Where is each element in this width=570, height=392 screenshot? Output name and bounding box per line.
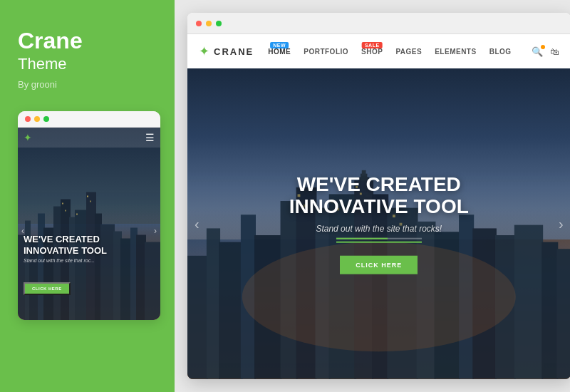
notification-dot bbox=[541, 45, 545, 49]
svg-rect-43 bbox=[542, 242, 558, 379]
desktop-nav: ✦ CRANE NEW HOME PORTFOLIO SALE SHOP PAG… bbox=[187, 34, 570, 68]
progress-bar-1 bbox=[336, 237, 422, 239]
browser-dot-green bbox=[216, 21, 222, 26]
mobile-hero-main: WE'VE CREATED INNOVATIVE TOOL bbox=[24, 234, 155, 256]
svg-rect-8 bbox=[75, 210, 88, 320]
right-panel: ✦ CRANE NEW HOME PORTFOLIO SALE SHOP PAG… bbox=[175, 0, 570, 392]
hero-sub-title: Stand out with the site that rocks! bbox=[226, 223, 532, 233]
desktop-next-arrow[interactable]: › bbox=[559, 216, 564, 232]
desktop-nav-items: NEW HOME PORTFOLIO SALE SHOP PAGES ELEME… bbox=[268, 48, 511, 56]
svg-rect-44 bbox=[556, 249, 570, 379]
desktop-prev-arrow[interactable]: ‹ bbox=[195, 216, 200, 232]
browser-bar bbox=[187, 13, 570, 34]
nav-item-pages[interactable]: PAGES bbox=[395, 48, 422, 56]
desktop-cta-button[interactable]: CLICK HERE bbox=[340, 255, 418, 274]
dot-red bbox=[25, 116, 31, 122]
mobile-bg-image: ✦ ☰ WE'VE CREATED INNOVATIVE TOOL Stand … bbox=[18, 128, 160, 320]
mobile-card-header bbox=[18, 111, 160, 128]
progress-bars bbox=[226, 237, 532, 242]
svg-rect-22 bbox=[187, 256, 208, 379]
progress-bar-1-fill bbox=[336, 237, 388, 239]
nav-icons: 🔍 🛍 bbox=[532, 46, 559, 57]
crane-logo-icon-mobile: ✦ bbox=[24, 132, 32, 143]
nav-item-home[interactable]: NEW HOME bbox=[268, 48, 291, 56]
browser-dot-red bbox=[196, 21, 202, 26]
hamburger-icon[interactable]: ☰ bbox=[145, 132, 155, 143]
crane-logo-icon-desktop: ✦ bbox=[199, 43, 209, 59]
left-panel: Crane Theme By grooni bbox=[0, 0, 175, 392]
search-icon[interactable]: 🔍 bbox=[532, 46, 543, 57]
dot-green bbox=[43, 116, 49, 122]
mobile-nav: ✦ ☰ bbox=[18, 128, 160, 148]
mobile-next-arrow[interactable]: › bbox=[154, 226, 157, 236]
mobile-btn-area: CLICK HERE bbox=[24, 280, 71, 295]
mobile-prev-arrow[interactable]: ‹ bbox=[21, 226, 24, 236]
nav-badge-new: NEW bbox=[270, 42, 289, 48]
cart-icon[interactable]: 🛍 bbox=[550, 46, 559, 57]
nav-item-elements[interactable]: ELEMENTS bbox=[435, 48, 476, 56]
dot-yellow bbox=[34, 116, 40, 122]
hero-background: WE'VE CREATED INNOVATIVE TOOL Stand out … bbox=[187, 68, 570, 379]
desktop-logo-text: CRANE bbox=[214, 46, 254, 57]
mobile-card-body: ✦ ☰ WE'VE CREATED INNOVATIVE TOOL Stand … bbox=[18, 128, 160, 320]
svg-rect-17 bbox=[62, 202, 63, 204]
desktop-hero: WE'VE CREATED INNOVATIVE TOOL Stand out … bbox=[187, 68, 570, 379]
by-line: By grooni bbox=[18, 79, 57, 90]
nav-item-portfolio[interactable]: PORTFOLIO bbox=[304, 48, 348, 56]
progress-bar-2-fill bbox=[336, 241, 422, 242]
app-subtitle: Theme bbox=[18, 55, 66, 73]
nav-item-blog[interactable]: BLOG bbox=[489, 48, 512, 56]
mobile-hero-sub: Stand out with the site that roc... bbox=[24, 258, 155, 263]
hero-main-title: WE'VE CREATED INNOVATIVE TOOL bbox=[226, 174, 532, 218]
svg-rect-19 bbox=[87, 195, 88, 197]
mobile-preview-card: ✦ ☰ WE'VE CREATED INNOVATIVE TOOL Stand … bbox=[18, 111, 160, 320]
svg-rect-23 bbox=[207, 229, 220, 379]
nav-item-shop[interactable]: SALE SHOP bbox=[361, 48, 383, 56]
browser-dot-yellow bbox=[206, 21, 212, 26]
progress-bar-2 bbox=[336, 241, 422, 242]
svg-rect-21 bbox=[76, 213, 78, 215]
desktop-browser: ✦ CRANE NEW HOME PORTFOLIO SALE SHOP PAG… bbox=[187, 13, 570, 379]
app-title: Crane bbox=[18, 29, 83, 53]
mobile-logo: ✦ bbox=[24, 132, 32, 143]
nav-badge-sale: SALE bbox=[362, 42, 383, 48]
desktop-logo: ✦ CRANE bbox=[199, 43, 254, 59]
hero-btn-area: CLICK HERE bbox=[226, 255, 532, 274]
hero-content: WE'VE CREATED INNOVATIVE TOOL Stand out … bbox=[226, 174, 532, 274]
mobile-cta-button[interactable]: CLICK HERE bbox=[24, 282, 71, 295]
svg-rect-20 bbox=[90, 200, 91, 202]
svg-rect-18 bbox=[65, 210, 66, 211]
mobile-hero-text: WE'VE CREATED INNOVATIVE TOOL Stand out … bbox=[24, 234, 155, 263]
